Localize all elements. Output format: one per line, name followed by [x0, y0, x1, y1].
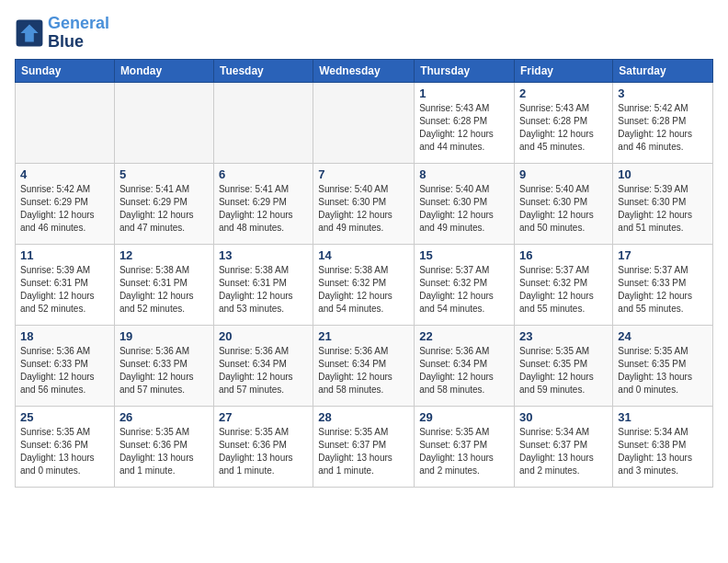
day-info: Sunrise: 5:36 AM Sunset: 6:34 PM Dayligh… [219, 345, 308, 396]
calendar-header-row: SundayMondayTuesdayWednesdayThursdayFrid… [16, 59, 713, 82]
calendar-cell: 3Sunrise: 5:42 AM Sunset: 6:28 PM Daylig… [613, 82, 713, 163]
calendar-cell: 28Sunrise: 5:35 AM Sunset: 6:37 PM Dayli… [313, 406, 415, 487]
week-row-5: 25Sunrise: 5:35 AM Sunset: 6:36 PM Dayli… [16, 406, 713, 487]
day-number: 28 [318, 410, 409, 424]
calendar-cell: 21Sunrise: 5:36 AM Sunset: 6:34 PM Dayli… [313, 325, 415, 406]
day-info: Sunrise: 5:34 AM Sunset: 6:38 PM Dayligh… [618, 426, 708, 477]
day-info: Sunrise: 5:36 AM Sunset: 6:34 PM Dayligh… [318, 345, 409, 396]
column-header-saturday: Saturday [613, 59, 713, 82]
day-number: 6 [219, 167, 308, 181]
day-info: Sunrise: 5:38 AM Sunset: 6:31 PM Dayligh… [219, 264, 308, 316]
day-info: Sunrise: 5:37 AM Sunset: 6:32 PM Dayligh… [419, 264, 509, 316]
day-number: 5 [119, 167, 209, 181]
day-info: Sunrise: 5:37 AM Sunset: 6:33 PM Dayligh… [618, 264, 708, 316]
day-number: 2 [519, 86, 608, 100]
calendar-cell: 7Sunrise: 5:40 AM Sunset: 6:30 PM Daylig… [313, 163, 415, 244]
day-info: Sunrise: 5:36 AM Sunset: 6:33 PM Dayligh… [119, 345, 209, 396]
calendar-table: SundayMondayTuesdayWednesdayThursdayFrid… [15, 59, 713, 488]
day-number: 13 [219, 248, 308, 262]
column-header-friday: Friday [515, 59, 613, 82]
day-number: 21 [318, 329, 409, 343]
day-number: 31 [618, 410, 708, 424]
calendar-cell: 23Sunrise: 5:35 AM Sunset: 6:35 PM Dayli… [515, 325, 613, 406]
calendar-cell: 10Sunrise: 5:39 AM Sunset: 6:30 PM Dayli… [613, 163, 713, 244]
week-row-3: 11Sunrise: 5:39 AM Sunset: 6:31 PM Dayli… [16, 244, 713, 325]
column-header-tuesday: Tuesday [213, 59, 313, 82]
day-info: Sunrise: 5:40 AM Sunset: 6:30 PM Dayligh… [419, 183, 509, 235]
logo-icon [15, 18, 44, 48]
calendar-cell: 11Sunrise: 5:39 AM Sunset: 6:31 PM Dayli… [16, 244, 115, 325]
day-number: 9 [519, 167, 608, 181]
day-info: Sunrise: 5:34 AM Sunset: 6:37 PM Dayligh… [519, 426, 608, 477]
day-info: Sunrise: 5:35 AM Sunset: 6:37 PM Dayligh… [318, 426, 409, 477]
week-row-2: 4Sunrise: 5:42 AM Sunset: 6:29 PM Daylig… [16, 163, 713, 244]
calendar-cell: 27Sunrise: 5:35 AM Sunset: 6:36 PM Dayli… [213, 406, 313, 487]
day-number: 14 [318, 248, 409, 262]
day-info: Sunrise: 5:36 AM Sunset: 6:34 PM Dayligh… [419, 345, 509, 396]
day-info: Sunrise: 5:35 AM Sunset: 6:36 PM Dayligh… [219, 426, 308, 477]
day-info: Sunrise: 5:35 AM Sunset: 6:35 PM Dayligh… [519, 345, 608, 396]
calendar-cell: 19Sunrise: 5:36 AM Sunset: 6:33 PM Dayli… [114, 325, 213, 406]
calendar-cell: 9Sunrise: 5:40 AM Sunset: 6:30 PM Daylig… [515, 163, 613, 244]
day-info: Sunrise: 5:40 AM Sunset: 6:30 PM Dayligh… [318, 183, 409, 235]
day-number: 7 [318, 167, 409, 181]
calendar-cell: 13Sunrise: 5:38 AM Sunset: 6:31 PM Dayli… [213, 244, 313, 325]
calendar-cell: 14Sunrise: 5:38 AM Sunset: 6:32 PM Dayli… [313, 244, 415, 325]
day-number: 3 [618, 86, 708, 100]
day-info: Sunrise: 5:43 AM Sunset: 6:28 PM Dayligh… [519, 102, 608, 154]
day-info: Sunrise: 5:41 AM Sunset: 6:29 PM Dayligh… [119, 183, 209, 235]
column-header-wednesday: Wednesday [313, 59, 415, 82]
calendar-cell [114, 82, 213, 163]
logo: GeneralBlue [15, 15, 109, 52]
calendar-cell: 2Sunrise: 5:43 AM Sunset: 6:28 PM Daylig… [515, 82, 613, 163]
column-header-monday: Monday [114, 59, 213, 82]
day-info: Sunrise: 5:38 AM Sunset: 6:31 PM Dayligh… [119, 264, 209, 316]
day-number: 8 [419, 167, 509, 181]
day-info: Sunrise: 5:35 AM Sunset: 6:36 PM Dayligh… [119, 426, 209, 477]
day-number: 23 [519, 329, 608, 343]
day-info: Sunrise: 5:35 AM Sunset: 6:37 PM Dayligh… [419, 426, 509, 477]
column-header-sunday: Sunday [16, 59, 115, 82]
week-row-4: 18Sunrise: 5:36 AM Sunset: 6:33 PM Dayli… [16, 325, 713, 406]
calendar-cell: 4Sunrise: 5:42 AM Sunset: 6:29 PM Daylig… [16, 163, 115, 244]
day-number: 1 [419, 86, 509, 100]
day-info: Sunrise: 5:38 AM Sunset: 6:32 PM Dayligh… [318, 264, 409, 316]
day-number: 24 [618, 329, 708, 343]
day-number: 29 [419, 410, 509, 424]
calendar-cell: 25Sunrise: 5:35 AM Sunset: 6:36 PM Dayli… [16, 406, 115, 487]
logo-text: GeneralBlue [48, 15, 109, 52]
day-number: 26 [119, 410, 209, 424]
day-number: 15 [419, 248, 509, 262]
calendar-cell: 18Sunrise: 5:36 AM Sunset: 6:33 PM Dayli… [16, 325, 115, 406]
week-row-1: 1Sunrise: 5:43 AM Sunset: 6:28 PM Daylig… [16, 82, 713, 163]
day-number: 27 [219, 410, 308, 424]
day-info: Sunrise: 5:36 AM Sunset: 6:33 PM Dayligh… [20, 345, 109, 396]
calendar-cell: 1Sunrise: 5:43 AM Sunset: 6:28 PM Daylig… [415, 82, 515, 163]
calendar-body: 1Sunrise: 5:43 AM Sunset: 6:28 PM Daylig… [16, 82, 713, 487]
calendar-cell: 17Sunrise: 5:37 AM Sunset: 6:33 PM Dayli… [613, 244, 713, 325]
calendar-cell: 15Sunrise: 5:37 AM Sunset: 6:32 PM Dayli… [415, 244, 515, 325]
day-info: Sunrise: 5:43 AM Sunset: 6:28 PM Dayligh… [419, 102, 509, 154]
day-info: Sunrise: 5:39 AM Sunset: 6:30 PM Dayligh… [618, 183, 708, 235]
calendar-cell: 20Sunrise: 5:36 AM Sunset: 6:34 PM Dayli… [213, 325, 313, 406]
day-number: 22 [419, 329, 509, 343]
day-info: Sunrise: 5:39 AM Sunset: 6:31 PM Dayligh… [20, 264, 109, 316]
day-number: 17 [618, 248, 708, 262]
calendar-cell: 16Sunrise: 5:37 AM Sunset: 6:32 PM Dayli… [515, 244, 613, 325]
calendar-cell: 30Sunrise: 5:34 AM Sunset: 6:37 PM Dayli… [515, 406, 613, 487]
day-number: 20 [219, 329, 308, 343]
day-number: 18 [20, 329, 109, 343]
day-info: Sunrise: 5:40 AM Sunset: 6:30 PM Dayligh… [519, 183, 608, 235]
calendar-cell [213, 82, 313, 163]
day-info: Sunrise: 5:41 AM Sunset: 6:29 PM Dayligh… [219, 183, 308, 235]
day-number: 19 [119, 329, 209, 343]
calendar-cell: 22Sunrise: 5:36 AM Sunset: 6:34 PM Dayli… [415, 325, 515, 406]
calendar-cell: 26Sunrise: 5:35 AM Sunset: 6:36 PM Dayli… [114, 406, 213, 487]
page-header: GeneralBlue [15, 15, 713, 52]
calendar-cell: 24Sunrise: 5:35 AM Sunset: 6:35 PM Dayli… [613, 325, 713, 406]
day-info: Sunrise: 5:42 AM Sunset: 6:28 PM Dayligh… [618, 102, 708, 154]
calendar-cell [16, 82, 115, 163]
day-info: Sunrise: 5:35 AM Sunset: 6:36 PM Dayligh… [20, 426, 109, 477]
day-number: 11 [20, 248, 109, 262]
day-number: 4 [20, 167, 109, 181]
